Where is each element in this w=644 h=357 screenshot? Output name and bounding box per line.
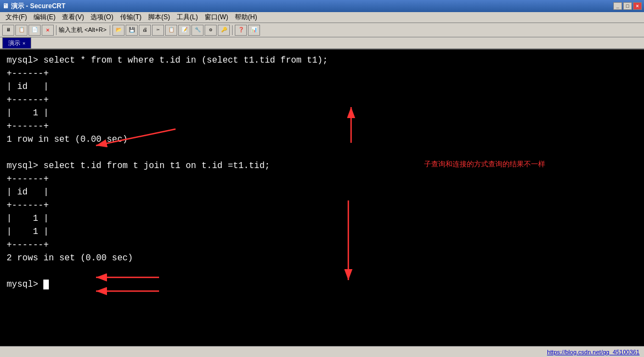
toolbar-btn-9[interactable]: 📝: [178, 25, 190, 36]
menu-bar: 文件(F) 编辑(E) 查看(V) 选项(O) 传输(T) 脚本(S) 工具(L…: [0, 12, 644, 23]
toolbar-btn-help[interactable]: ❓: [235, 25, 247, 36]
toolbar-btn-11[interactable]: ⚙: [205, 25, 217, 36]
toolbar-btn-info[interactable]: 📊: [248, 25, 260, 36]
toolbar-btn-1[interactable]: 🖥: [2, 25, 14, 36]
menu-file[interactable]: 文件(F): [2, 12, 30, 23]
toolbar-separator-1: [56, 25, 57, 35]
status-bar: https://blog.csdn.net/qq_45100361: [0, 346, 644, 357]
tab-demo[interactable]: 演示 ×: [2, 37, 31, 48]
toolbar-btn-7[interactable]: ✂: [152, 25, 164, 36]
tab-label: 演示: [8, 39, 20, 47]
toolbar-btn-8[interactable]: 📋: [165, 25, 177, 36]
status-url: https://blog.csdn.net/qq_45100361: [547, 349, 640, 355]
menu-window[interactable]: 窗口(W): [201, 12, 231, 23]
window-title: 演示 - SecureCRT: [11, 2, 65, 11]
menu-tools[interactable]: 工具(L): [173, 12, 201, 23]
toolbar-btn-x[interactable]: ✕: [42, 25, 54, 36]
menu-options[interactable]: 选项(O): [87, 12, 116, 23]
terminal-content: mysql> select * from t where t.id in (se…: [7, 54, 637, 291]
terminal-cursor: [43, 280, 49, 289]
toolbar-btn-2[interactable]: 📋: [15, 25, 27, 36]
tab-bar: 演示 ×: [0, 37, 644, 49]
tab-close-icon[interactable]: ×: [22, 41, 25, 46]
toolbar-btn-4[interactable]: 📂: [112, 25, 125, 36]
minimize-button[interactable]: _: [613, 2, 622, 10]
menu-view[interactable]: 查看(V): [59, 12, 87, 23]
window-controls[interactable]: _ □ ×: [613, 2, 642, 10]
menu-transfer[interactable]: 传输(T): [117, 12, 145, 23]
maximize-button[interactable]: □: [623, 2, 632, 10]
toolbar-input-label: 输入主机 <Alt+R>: [59, 26, 106, 34]
annotation-label: 子查询和连接的方式查询的结果不一样: [424, 159, 545, 169]
menu-script[interactable]: 脚本(S): [145, 12, 173, 23]
toolbar-separator-2: [110, 25, 110, 35]
terminal[interactable]: mysql> select * from t where t.id in (se…: [0, 49, 644, 357]
toolbar: 🖥 📋 📄 ✕ 输入主机 <Alt+R> 📂 💾 🖨 ✂ 📋 📝 🔧 ⚙ 🔑 ❓…: [0, 23, 644, 37]
app-icon: 🖥: [2, 2, 9, 10]
toolbar-btn-12[interactable]: 🔑: [218, 25, 230, 36]
title-bar: 🖥 演示 - SecureCRT _ □ ×: [0, 0, 644, 12]
toolbar-btn-10[interactable]: 🔧: [191, 25, 204, 36]
toolbar-separator-3: [232, 25, 233, 35]
toolbar-btn-3[interactable]: 📄: [29, 25, 41, 36]
toolbar-input-area: 输入主机 <Alt+R>: [59, 25, 111, 35]
toolbar-btn-6[interactable]: 🖨: [139, 25, 151, 36]
menu-edit[interactable]: 编辑(E): [30, 12, 59, 23]
toolbar-btn-5[interactable]: 💾: [126, 25, 138, 36]
menu-help[interactable]: 帮助(H): [231, 12, 261, 23]
close-button[interactable]: ×: [633, 2, 642, 10]
